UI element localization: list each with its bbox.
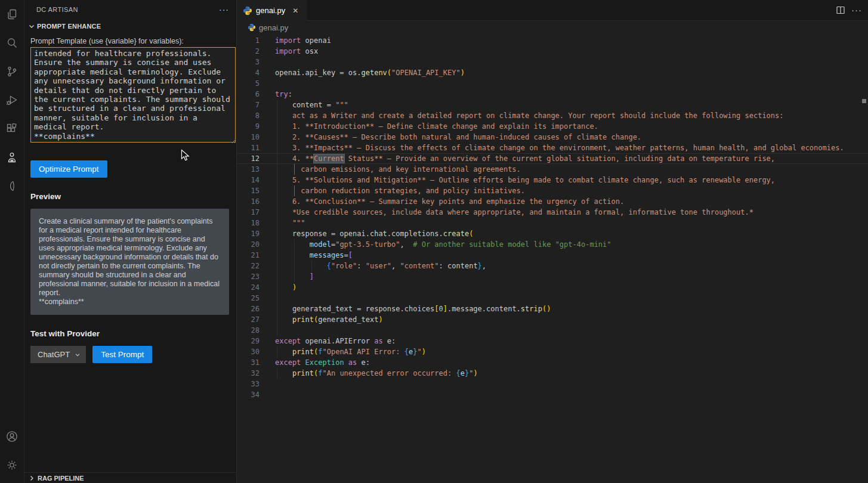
line-number: 23 (237, 271, 260, 282)
line-content: generated_text = response.choices[0].mes… (275, 304, 868, 314)
code-line: 29except openai.APIError as e: (237, 336, 868, 346)
line-number: 31 (237, 357, 260, 368)
indent-guide (294, 261, 295, 271)
provider-selected-value: ChatGPT (38, 350, 70, 359)
indent-guide (294, 164, 295, 175)
template-label: Prompt Template (use {variable} for vari… (30, 37, 230, 45)
line-content: import openai (275, 35, 868, 46)
indent-guide (311, 261, 312, 271)
explorer-icon[interactable] (0, 0, 24, 29)
tab-label: genai.py (256, 6, 285, 15)
line-number: 14 (237, 175, 260, 185)
indent-guide (277, 271, 277, 282)
indent-guide (277, 228, 277, 239)
line-content: *Use credible sources, include data wher… (275, 207, 868, 218)
line-content (275, 325, 868, 336)
sidebar-title: DC ARTISAN (36, 6, 78, 13)
tab-genai-py[interactable]: genai.py ✕ (237, 0, 307, 21)
line-number: 5 (237, 78, 260, 89)
line-number: 8 (237, 110, 260, 121)
line-content: print(f"OpenAI API Error: {e}") (275, 346, 868, 357)
line-number: 4 (237, 67, 260, 78)
indent-guide (277, 346, 277, 357)
artisan-person-icon[interactable] (0, 143, 24, 172)
code-line: 11 3. **Impacts** — Discuss the effects … (237, 143, 868, 153)
source-control-icon[interactable] (0, 57, 24, 86)
code-line: 1import openai (237, 35, 868, 46)
line-content: ] (275, 271, 868, 282)
code-line: 2import osx (237, 46, 868, 57)
code-line: 23 ] (237, 271, 868, 282)
run-debug-icon[interactable] (0, 86, 24, 114)
indent-guide (277, 218, 277, 228)
sidebar-more-actions-icon[interactable]: ··· (219, 7, 229, 13)
editor-more-actions-icon[interactable]: ··· (851, 8, 862, 13)
split-editor-icon[interactable] (836, 5, 845, 15)
line-content (275, 293, 868, 304)
provider-select[interactable]: ChatGPT (30, 346, 86, 363)
code-line: 22 {"role": "user", "content": content}, (237, 261, 868, 271)
indent-guide (277, 261, 277, 271)
line-number: 27 (237, 314, 260, 325)
account-icon[interactable] (0, 422, 24, 451)
code-line: 33 (237, 379, 868, 389)
vscode-window: DC ARTISAN ··· PROMPT ENHANCE Prompt Tem… (0, 0, 868, 483)
indent-guide (277, 185, 277, 196)
sidebar-header: DC ARTISAN ··· (24, 0, 236, 19)
book-icon[interactable] (0, 172, 24, 200)
section-rag-pipeline[interactable]: RAG PIPELINE (24, 472, 236, 483)
code-line: 12 4. **Current Status** — Provide an ov… (237, 153, 868, 164)
preview-box: Create a clinical summary of the patient… (30, 209, 229, 315)
line-number: 1 (237, 35, 260, 46)
section-prompt-enhance[interactable]: PROMPT ENHANCE (24, 19, 236, 33)
code-line: 15 carbon reduction strategies, and poli… (237, 185, 868, 196)
line-number: 12 (237, 153, 260, 164)
line-content: """ (275, 218, 868, 228)
tab-bar: genai.py ✕ ··· (237, 0, 868, 21)
line-number: 25 (237, 293, 260, 304)
chevron-right-icon (28, 475, 35, 482)
code-line: 14 5. **Solutions and Mitigation** — Out… (237, 175, 868, 185)
python-icon (248, 23, 256, 32)
code-line: 17 *Use credible sources, include data w… (237, 207, 868, 218)
line-content: 6. **Conclusion** — Summarize key points… (275, 196, 868, 207)
code-line: 26 generated_text = response.choices[0].… (237, 304, 868, 314)
line-content: import osx (275, 46, 868, 57)
code-line: 32 print(f"An unexpected error occurred:… (237, 368, 868, 379)
line-number: 26 (237, 304, 260, 314)
line-number: 10 (237, 132, 260, 143)
tab-bar-empty (307, 0, 830, 21)
indent-guide (277, 314, 277, 325)
indent-guide (277, 175, 277, 185)
code-line: 3 (237, 57, 868, 67)
line-number: 30 (237, 346, 260, 357)
indent-guide (277, 239, 277, 250)
code-line: 4openai.api_key = os.getenv("OPENAI_API_… (237, 67, 868, 78)
line-content: 2. **Causes** — Describe both natural an… (275, 132, 868, 143)
test-prompt-button[interactable]: Test Prompt (92, 346, 152, 363)
indent-guide (277, 304, 277, 314)
extensions-icon[interactable] (0, 114, 24, 143)
line-content: 1. **Introduction** — Define climate cha… (275, 121, 868, 132)
line-number: 33 (237, 379, 260, 389)
code-line: 24 ) (237, 282, 868, 293)
settings-gear-icon[interactable] (0, 451, 24, 479)
prompt-template-input[interactable]: intended for healthcare professionals. E… (30, 47, 236, 143)
line-content: ) (275, 282, 868, 293)
code-area[interactable]: 1import openai2import osx34openai.api_ke… (237, 34, 868, 483)
indent-guide (277, 196, 277, 207)
code-line: 5 (237, 78, 868, 89)
line-content: 3. **Impacts** — Discuss the effects of … (275, 143, 868, 153)
tab-close-icon[interactable]: ✕ (291, 6, 300, 16)
line-content: carbon emissions, and key international … (275, 164, 868, 175)
python-icon (243, 6, 252, 16)
code-line: 31except Exception as e: (237, 357, 868, 368)
line-number: 28 (237, 325, 260, 336)
code-line: 30 print(f"OpenAI API Error: {e}") (237, 346, 868, 357)
overview-ruler-marker (862, 99, 866, 103)
code-line: 9 1. **Introduction** — Define climate c… (237, 121, 868, 132)
optimize-prompt-button[interactable]: Optimize Prompt (30, 160, 107, 178)
breadcrumb[interactable]: genai.py (237, 21, 868, 34)
chevron-down-icon (75, 352, 81, 358)
search-icon[interactable] (0, 29, 24, 57)
